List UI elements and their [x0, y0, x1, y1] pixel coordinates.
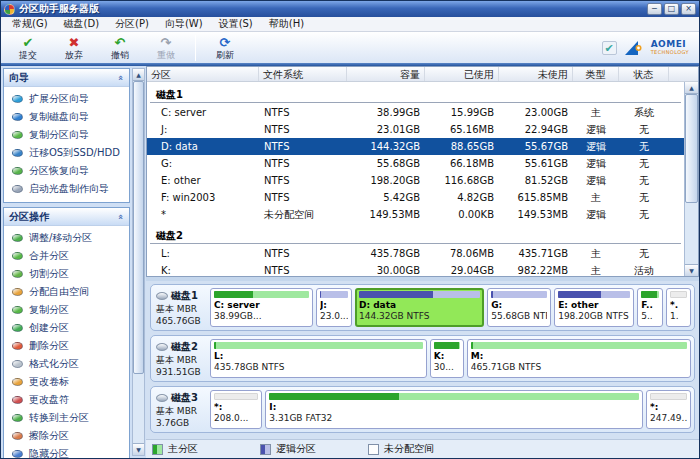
sidebar-item-label: 分区恢复向导: [29, 164, 89, 178]
menu-item-4[interactable]: 设置(S): [211, 16, 261, 32]
change-drive-letter-icon: [12, 396, 23, 404]
partition-block[interactable]: I:3.31GB FAT32: [265, 390, 643, 429]
partition-size: 5..: [641, 311, 659, 322]
table-cell: E: other: [147, 172, 259, 189]
table-row[interactable]: E: otherNTFS198.20GB116.68GB81.52GB逻辑无: [147, 172, 684, 189]
convert-to-primary-icon: [12, 414, 23, 422]
copy-partition-icon: [12, 306, 23, 314]
table-row[interactable]: L:NTFS435.78GB78.06MB435.71GB主无: [147, 245, 684, 262]
partition-block[interactable]: G:55.68GB NTFS: [487, 288, 551, 327]
sidebar-item-create-partition[interactable]: 创建分区: [4, 319, 129, 337]
sidebar-item-bootable-cd-wizard[interactable]: 启动光盘制作向导: [4, 180, 129, 198]
disk-group-header: 磁盘1: [150, 84, 681, 103]
table-row[interactable]: *未分配空间149.53MB0.00KB149.53MB逻辑无: [147, 206, 684, 223]
scroll-down-icon[interactable]: ▼: [133, 443, 144, 455]
sidebar-item-split-partition[interactable]: 切割分区: [4, 265, 129, 283]
maximize-button[interactable]: □: [664, 3, 679, 15]
partition-block[interactable]: C: server38.99GB...: [210, 288, 313, 327]
brand-check-icon: ✔: [602, 41, 617, 55]
table-row[interactable]: J:NTFS23.01GB65.16MB22.94GB逻辑无: [147, 121, 684, 138]
legend-label: 主分区: [168, 442, 198, 456]
partition-block[interactable]: *:208.0...: [210, 390, 262, 429]
sidebar-item-copy-partition[interactable]: 复制分区: [4, 301, 129, 319]
discard-button[interactable]: ✖放弃: [51, 35, 97, 61]
column-header[interactable]: 已使用: [425, 67, 499, 81]
table-row[interactable]: F: win2003NTFS5.42GB4.82GB615.85MB主无: [147, 189, 684, 206]
partition-block[interactable]: M:465.71GB NTFS: [467, 339, 691, 378]
sidebar-section-header[interactable]: 向导«: [4, 69, 129, 87]
partition-label: G:: [491, 300, 547, 311]
partition-blocks: L:435.78GB NTFSK:30...M:465.71GB NTFS: [210, 339, 691, 378]
sidebar-scrollbar[interactable]: ▲ ▼: [132, 68, 145, 456]
sidebar-item-label: 迁移OS到SSD/HDD: [29, 146, 120, 160]
sidebar-item-copy-partition-wizard[interactable]: 复制分区向导: [4, 126, 129, 144]
collapse-chevron-icon[interactable]: «: [116, 75, 126, 81]
partition-block[interactable]: J:23.0...: [316, 288, 352, 327]
sidebar-item-allocate-free-space[interactable]: 分配自由空间: [4, 283, 129, 301]
table-cell: 无: [619, 172, 669, 189]
column-header[interactable]: 类型: [573, 67, 619, 81]
menu-item-5[interactable]: 帮助(H): [261, 16, 312, 32]
table-row[interactable]: K:NTFS30.00GB29.04GB982.22MB主活动: [147, 262, 684, 276]
usage-strip: [320, 291, 348, 298]
partition-block[interactable]: D: data144.32GB NTFS: [355, 288, 484, 327]
sidebar-panel: 分区操作«调整/移动分区合并分区切割分区分配自由空间复制分区创建分区删除分区格式…: [3, 207, 130, 458]
sidebar-item-delete-partition[interactable]: 删除分区: [4, 337, 129, 355]
sidebar-item-wipe-partition[interactable]: 擦除分区: [4, 427, 129, 445]
close-button[interactable]: ×: [681, 3, 696, 15]
toolbar-button-label: 放弃: [65, 50, 83, 60]
sidebar-item-migrate-os[interactable]: 迁移OS到SSD/HDD: [4, 144, 129, 162]
table-scrollbar[interactable]: ▲ ▼: [684, 82, 698, 276]
sidebar-item-convert-to-primary[interactable]: 转换到主分区: [4, 409, 129, 427]
sidebar-item-merge-partitions[interactable]: 合并分区: [4, 247, 129, 265]
minimize-button[interactable]: ─: [647, 3, 662, 15]
partition-block[interactable]: K:30...: [430, 339, 464, 378]
sidebar-item-change-label[interactable]: 更改卷标: [4, 373, 129, 391]
scrollbar-thumb[interactable]: [685, 94, 698, 203]
sidebar-section-header[interactable]: 分区操作«: [4, 208, 129, 226]
scroll-up-icon[interactable]: ▲: [133, 69, 144, 81]
menu-item-3[interactable]: 向导(W): [157, 16, 211, 32]
table-row[interactable]: C: serverNTFS38.99GB15.99GB23.00GB主系统: [147, 104, 684, 121]
partition-block[interactable]: E: other198.20GB NTFS: [554, 288, 634, 327]
menu-item-0[interactable]: 常规(G): [4, 16, 56, 32]
disk-name: 磁盘2: [171, 340, 198, 354]
table-cell: 55.61GB: [499, 155, 573, 172]
sidebar-item-label: 格式化分区: [29, 357, 79, 371]
partition-block[interactable]: *:247.49...: [646, 390, 691, 429]
refresh-button[interactable]: ⟳刷新: [202, 35, 248, 61]
table-cell: 主: [573, 104, 619, 121]
sidebar-item-resize-move-partition[interactable]: 调整/移动分区: [4, 229, 129, 247]
sidebar-item-extend-partition-wizard[interactable]: 扩展分区向导: [4, 90, 129, 108]
column-header[interactable]: 文件系统: [259, 67, 347, 81]
partition-block[interactable]: *.1.: [666, 288, 691, 327]
sidebar-item-change-drive-letter[interactable]: 更改盘符: [4, 391, 129, 409]
sidebar-item-format-partition[interactable]: 格式化分区: [4, 355, 129, 373]
menu-item-1[interactable]: 磁盘(D): [56, 16, 108, 32]
table-row[interactable]: D: dataNTFS144.32GB88.65GB55.67GB逻辑无: [147, 138, 684, 155]
table-cell: 无: [619, 206, 669, 223]
usage-fill: [359, 291, 433, 298]
sidebar-item-label: 切割分区: [29, 267, 69, 281]
partition-block[interactable]: F..5..: [637, 288, 663, 327]
sidebar-item-copy-disk-wizard[interactable]: 复制磁盘向导: [4, 108, 129, 126]
unallocated-swatch-icon: [368, 444, 379, 455]
collapse-chevron-icon[interactable]: «: [116, 214, 126, 220]
scroll-up-icon[interactable]: ▲: [685, 82, 698, 94]
copy-disk-wizard-icon: [12, 113, 23, 121]
sidebar-item-hide-partition[interactable]: 隐藏分区: [4, 445, 129, 458]
column-header[interactable]: 容量: [347, 67, 425, 81]
menu-item-2[interactable]: 分区(P): [107, 16, 157, 32]
table-row[interactable]: G:NTFS55.68GB66.18MB55.61GB逻辑无: [147, 155, 684, 172]
scroll-down-icon[interactable]: ▼: [685, 264, 698, 276]
sidebar-item-partition-recovery-wizard[interactable]: 分区恢复向导: [4, 162, 129, 180]
column-header[interactable]: 未使用: [499, 67, 573, 81]
column-header[interactable]: 状态: [619, 67, 669, 81]
column-header[interactable]: 分区: [147, 67, 259, 81]
table-cell: 未分配空间: [259, 206, 347, 223]
commit-button[interactable]: ✔提交: [5, 35, 51, 61]
scrollbar-thumb[interactable]: [133, 81, 144, 374]
create-partition-icon: [12, 324, 23, 332]
partition-block[interactable]: L:435.78GB NTFS: [210, 339, 427, 378]
undo-button[interactable]: ↶撤销: [97, 35, 143, 61]
